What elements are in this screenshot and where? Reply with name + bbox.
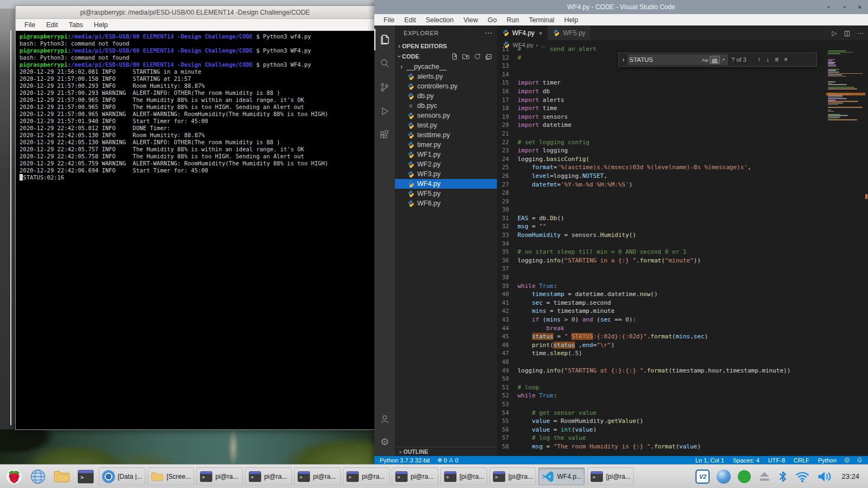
close-icon[interactable]: ×	[858, 4, 861, 10]
file-item-db-py[interactable]: db.py	[395, 91, 497, 101]
terminal-menu-edit[interactable]: Edit	[46, 21, 58, 29]
file-item-testtime-py[interactable]: testtime.py	[395, 130, 497, 140]
new-folder-icon[interactable]	[462, 53, 470, 60]
status-utf-8[interactable]: UTF-8	[768, 457, 785, 464]
minimap-line	[828, 50, 846, 52]
vscode-menu-help[interactable]: Help	[559, 16, 583, 24]
file-item-controllers-py[interactable]: controllers.py	[395, 81, 497, 91]
vscode-menu-terminal[interactable]: Terminal	[524, 16, 559, 24]
editor-more-actions-icon[interactable]: ···	[857, 29, 864, 37]
status-spaces-4[interactable]: Spaces: 4	[733, 457, 760, 464]
maximize-icon[interactable]: ›	[841, 6, 847, 8]
explorer-icon[interactable]	[374, 29, 395, 50]
file-item-wf2-py[interactable]: WF2.py	[395, 159, 497, 169]
match-case-icon[interactable]: Aa	[700, 56, 710, 63]
file-item-timer-py[interactable]: timer.py	[395, 140, 497, 150]
terminal-titlebar[interactable]: pi@raspberrypi: /media/pi/ESD-USB/00 ELE…	[16, 6, 374, 19]
find-expand-chevron-icon[interactable]: ›	[622, 56, 624, 63]
file-item-alerts-py[interactable]: alerts.py	[395, 72, 497, 81]
chromium-tray-icon[interactable]	[717, 470, 731, 484]
file-item-wf4-py[interactable]: WF4.py	[395, 179, 497, 189]
taskbar-button-2-pi-ra[interactable]: >pi@ra...	[196, 467, 243, 485]
regex-icon[interactable]: .*	[720, 56, 726, 63]
vscode-menu-file[interactable]: File	[379, 16, 399, 24]
file-item-wf1-py[interactable]: WF1.py	[395, 150, 497, 159]
eject-icon[interactable]	[758, 470, 771, 483]
file-item-db-pyc[interactable]: ≡db.pyc	[395, 101, 497, 111]
taskbar-button-10-pi-ra[interactable]: >[pi@ra...	[587, 467, 634, 485]
status-python-version[interactable]: Python 3.7.3 32-bit	[380, 457, 430, 464]
status-ln-1-col-1[interactable]: Ln 1, Col 1	[695, 457, 724, 464]
file-item-wf3-py[interactable]: WF3.py	[395, 169, 497, 179]
vnc-tray-icon[interactable]: V2	[695, 470, 710, 484]
taskbar-button-5-pi-ra[interactable]: >pi@ra...	[343, 467, 390, 485]
status-python[interactable]: Python	[818, 457, 837, 464]
outline-section[interactable]: › OUTLINE	[395, 447, 497, 456]
taskbar-button-7-pi-ra[interactable]: >[pi@ra...	[441, 467, 487, 485]
terminal-menu-help[interactable]: Help	[94, 21, 108, 29]
explorer-more-actions-icon[interactable]: ···	[485, 30, 493, 36]
find-previous-icon[interactable]: ↑	[756, 56, 762, 63]
refresh-icon[interactable]	[474, 53, 481, 60]
start-menu-button[interactable]	[3, 467, 25, 486]
file-item-wf6-py[interactable]: WF6.py	[395, 198, 497, 208]
minimap[interactable]	[826, 49, 865, 456]
vscode-menu-view[interactable]: View	[458, 16, 483, 24]
find-input[interactable]	[629, 56, 700, 63]
taskbar-button-6-pi-ra[interactable]: >pi@ra...	[392, 467, 438, 485]
code-line: 18import time	[497, 104, 868, 113]
search-icon[interactable]	[374, 53, 395, 74]
taskbar-button-4-pi-ra[interactable]: >pi@ra...	[294, 467, 341, 485]
run-debug-icon[interactable]	[374, 100, 395, 122]
bluetooth-icon[interactable]	[778, 470, 788, 483]
vscode-menu-go[interactable]: Go	[483, 16, 502, 24]
run-file-icon[interactable]: ▷	[832, 29, 837, 37]
collapse-all-icon[interactable]	[485, 53, 493, 60]
open-editors-section[interactable]: › OPEN EDITORS	[395, 41, 497, 51]
taskbar-button-0-data[interactable]: [Data |...	[99, 467, 145, 485]
minimize-icon[interactable]: ›	[826, 6, 832, 8]
file-item-test-py[interactable]: test.py	[395, 120, 497, 130]
status-green-icon[interactable]	[738, 470, 751, 483]
file-item-sensors-py[interactable]: sensors.py	[395, 111, 497, 120]
overview-ruler[interactable]	[865, 49, 868, 456]
account-icon[interactable]	[374, 408, 395, 430]
taskbar-button-8-pi-ra[interactable]: >[pi@ra...	[489, 467, 536, 485]
file-item-wf5-py[interactable]: WF5.py	[395, 189, 497, 198]
file-manager-launcher[interactable]	[51, 467, 73, 486]
find-in-selection-icon[interactable]: ≡	[774, 56, 780, 63]
taskbar-button-3-pi-ra[interactable]: >pi@ra...	[245, 467, 292, 485]
tab-close-icon[interactable]: ×	[539, 30, 542, 36]
whole-word-icon[interactable]: ab	[710, 56, 720, 64]
vscode-menu-run[interactable]: Run	[502, 16, 524, 24]
terminal-output[interactable]: pi@raspberrypi:/media/pi/ESD-USB/00 ELEM…	[16, 31, 374, 181]
folder-section-code[interactable]: › CODE	[395, 51, 497, 61]
clock[interactable]: 23:24	[841, 472, 859, 480]
file-item-pycache[interactable]: ›__pycache__	[395, 62, 497, 72]
wifi-icon[interactable]	[795, 470, 810, 483]
vscode-menu-selection[interactable]: Selection	[421, 16, 458, 24]
code-editor[interactable]: 11# send an alert12#131415import timer16…	[497, 45, 868, 456]
find-close-icon[interactable]: ×	[783, 56, 789, 63]
terminal-menu-tabs[interactable]: Tabs	[69, 21, 83, 29]
feedback-smiley-icon[interactable]	[844, 457, 850, 463]
taskbar-button-1-scree[interactable]: [Scree...	[148, 467, 194, 485]
volume-icon[interactable]	[817, 470, 832, 483]
tab-wf4-py[interactable]: WF4.py×	[497, 25, 548, 40]
taskbar-button-9-wf4-p[interactable]: WF4.p...	[538, 467, 585, 485]
browser-launcher[interactable]	[27, 467, 49, 486]
settings-gear-icon[interactable]: ⚙	[374, 431, 395, 453]
split-editor-icon[interactable]: ◫	[844, 29, 850, 37]
status-crlf[interactable]: CRLF	[794, 457, 809, 464]
status-problems[interactable]: ⊗ 0 ⚠ 0	[437, 457, 458, 464]
notifications-bell-icon[interactable]	[857, 457, 863, 463]
extensions-icon[interactable]	[374, 124, 395, 146]
new-file-icon[interactable]	[451, 53, 458, 60]
source-control-icon[interactable]	[374, 76, 395, 98]
terminal-menu-file[interactable]: File	[24, 21, 35, 29]
terminal-launcher[interactable]: >	[75, 467, 97, 486]
tab-wf5-py[interactable]: WF5.py	[548, 25, 591, 40]
vscode-menu-edit[interactable]: Edit	[399, 16, 421, 24]
find-next-icon[interactable]: ↓	[765, 56, 770, 63]
vscode-titlebar[interactable]: WF4.py - CODE - Visual Studio Code › › ×	[374, 0, 868, 14]
